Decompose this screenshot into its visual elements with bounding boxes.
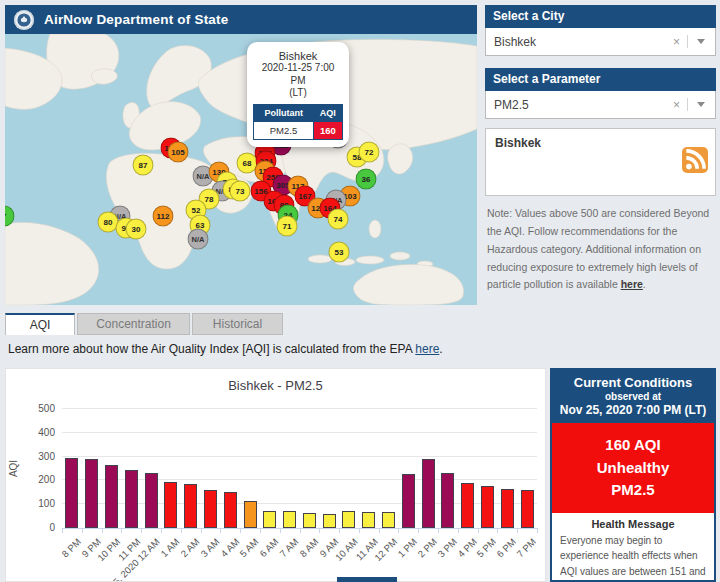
note-text: Note: Values above 500 are considered Be…	[487, 207, 709, 290]
map-marker[interactable]: 105	[168, 142, 189, 163]
chart-x-tick-mark	[478, 528, 479, 533]
learn-more-suffix: .	[439, 342, 442, 356]
chart-bar[interactable]	[441, 473, 454, 528]
chart-x-tick-mark	[220, 528, 221, 533]
chart-bar[interactable]	[145, 473, 158, 528]
chart-bar[interactable]	[164, 482, 177, 528]
chart-x-tick-label: 7 PM	[514, 536, 537, 559]
map-marker[interactable]: 53	[329, 242, 350, 263]
chart-bar[interactable]	[125, 470, 138, 528]
note-suffix: .	[643, 278, 646, 290]
chart-bar[interactable]	[244, 501, 257, 528]
chart-x-tick-mark	[379, 528, 380, 533]
chart-x-tick-mark	[141, 528, 142, 533]
chart-bar[interactable]	[85, 459, 98, 528]
parameter-dropdown-arrow-icon[interactable]	[687, 98, 709, 111]
map-marker[interactable]: 71	[277, 216, 298, 237]
chart-x-tick-label: 1 AM	[159, 536, 182, 559]
chart-x-tick-mark	[319, 528, 320, 533]
chart-bar[interactable]	[461, 483, 474, 528]
map-marker[interactable]: 112	[153, 206, 174, 227]
chart-bar[interactable]	[323, 514, 336, 528]
chart-bar[interactable]	[382, 512, 395, 528]
chart-x-tick-mark	[517, 528, 518, 533]
parameter-select[interactable]: PM2.5 ×	[485, 91, 716, 119]
map-marker[interactable]: 36	[356, 169, 377, 190]
rss-feed-icon[interactable]	[682, 147, 708, 173]
chart-bar[interactable]	[303, 513, 316, 528]
chart-x-tick-label: 4 PM	[455, 536, 478, 559]
map-marker[interactable]: 74	[328, 209, 349, 230]
chart-x-tick-label: 6 AM	[257, 536, 280, 559]
tab-aqi[interactable]: AQI	[5, 313, 75, 335]
chart-x-tick-label: 5 AM	[238, 536, 261, 559]
popup-pollutant-value: PM2.5	[254, 121, 314, 139]
cc-title: Current Conditions	[554, 375, 712, 390]
chart-x-tick-mark	[62, 528, 63, 533]
tab-historical[interactable]: Historical	[192, 313, 283, 335]
feed-city-title: Bishkek	[495, 136, 541, 150]
chart-x-tick-mark	[280, 528, 281, 533]
chart-bar[interactable]	[481, 486, 494, 528]
popup-pollutant-header: Pollutant	[254, 104, 314, 121]
chart-y-tick-label: 100	[25, 498, 55, 509]
chart-title: Bishkek - PM2.5	[6, 378, 545, 393]
chart-bar[interactable]	[283, 511, 296, 528]
city-clear-icon[interactable]: ×	[666, 35, 687, 49]
chart-x-tick-label: 3 PM	[435, 536, 458, 559]
note-here-link[interactable]: here	[621, 278, 643, 290]
chart-x-tick-label: 3 AM	[198, 536, 221, 559]
chart-x-tick-mark	[497, 528, 498, 533]
health-message-text: Everyone may begin to experience health …	[560, 533, 706, 582]
chart-x-tick-label: 2 PM	[415, 536, 438, 559]
state-department-seal-icon	[13, 9, 35, 31]
footer-peek	[337, 577, 397, 582]
chart-bar[interactable]	[402, 474, 415, 528]
popup-city: Bishkek	[253, 50, 343, 62]
world-aqi-map[interactable]: 787152105N/A1306873N/A88737852N/A8091301…	[5, 34, 477, 305]
chart-bar[interactable]	[521, 490, 534, 528]
cc-aqi-alert: 160 AQI Unhealthy PM2.5	[552, 423, 714, 513]
map-marker[interactable]: 72	[359, 142, 380, 163]
chart-bar[interactable]	[422, 459, 435, 528]
city-select[interactable]: Bishkek ×	[485, 28, 716, 56]
map-marker[interactable]: 73	[230, 181, 251, 202]
chart-x-tick-mark	[181, 528, 182, 533]
map-marker[interactable]: 30	[126, 219, 147, 240]
chart-bar[interactable]	[362, 512, 375, 528]
chart-x-tick-mark	[121, 528, 122, 533]
chart-bar[interactable]	[263, 511, 276, 528]
chart-bar[interactable]	[65, 458, 78, 528]
parameter-clear-icon[interactable]: ×	[666, 98, 687, 112]
aqi-note: Note: Values above 500 are considered Be…	[487, 205, 715, 294]
aqi-bar-chart: Bishkek - PM2.5 AQI 01002003004005008 PM…	[5, 368, 546, 582]
popup-lt: (LT)	[289, 87, 307, 98]
sidebar: Select a City Bishkek × Select a Paramet…	[485, 5, 716, 305]
popup-aqi-value: 160	[313, 121, 342, 139]
parameter-select-value: PM2.5	[494, 98, 529, 112]
chart-x-tick-mark	[240, 528, 241, 533]
city-select-value: Bishkek	[494, 35, 536, 49]
map-marker[interactable]: N/A	[188, 229, 209, 250]
chart-bar[interactable]	[342, 511, 355, 528]
chart-bar[interactable]	[204, 490, 217, 528]
map-marker[interactable]: 87	[133, 155, 154, 176]
chart-x-tick-mark	[458, 528, 459, 533]
chart-bar[interactable]	[501, 489, 514, 528]
chart-y-tick-label: 300	[25, 451, 55, 462]
chart-x-tick-mark	[161, 528, 162, 533]
app-header: AirNow Department of State	[5, 5, 477, 34]
city-dropdown-arrow-icon[interactable]	[687, 35, 709, 48]
chart-y-tick-label: 500	[25, 403, 55, 414]
chart-bar[interactable]	[105, 465, 118, 528]
chart-x-tick-mark	[339, 528, 340, 533]
chart-x-tick-mark	[201, 528, 202, 533]
chart-bar[interactable]	[184, 484, 197, 528]
chart-bar[interactable]	[224, 492, 237, 528]
tab-concentration[interactable]: Concentration	[77, 313, 190, 335]
current-conditions-header: Current Conditions observed at Nov 25, 2…	[552, 370, 714, 423]
chart-x-tick-mark	[260, 528, 261, 533]
learn-more-here-link[interactable]: here	[415, 342, 439, 356]
city-feed-box: Bishkek	[485, 128, 716, 196]
chart-x-tick-mark	[398, 528, 399, 533]
